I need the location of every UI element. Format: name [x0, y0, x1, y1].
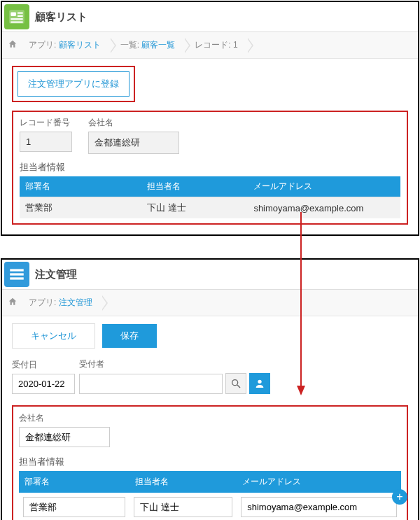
- app2-panel: 注文管理 アプリ: 注文管理 キャンセル 保存 受付日 受付者: [1, 258, 419, 520]
- contacts-title-2: 担当者情報: [19, 456, 401, 468]
- crumb-app[interactable]: アプリ: 注文管理: [20, 294, 104, 311]
- app2-title: 注文管理: [35, 268, 77, 281]
- table-row: [19, 493, 401, 520]
- svg-rect-5: [10, 22, 22, 23]
- home-icon[interactable]: [8, 39, 18, 51]
- person-icon[interactable]: [249, 373, 270, 394]
- app1-breadcrumb: アプリ: 顧客リスト 一覧: 顧客一覧 レコード: 1: [2, 32, 418, 59]
- name-input[interactable]: [134, 497, 232, 517]
- svg-rect-1: [10, 13, 16, 16]
- cancel-button[interactable]: キャンセル: [12, 323, 95, 349]
- col-dept: 部署名: [19, 471, 130, 493]
- record-number-value: 1: [20, 132, 72, 152]
- svg-point-11: [258, 380, 261, 384]
- cell-name: 下山 達士: [141, 197, 248, 219]
- app1-panel: 顧客リスト アプリ: 顧客リスト 一覧: 顧客一覧 レコード: 1 注文管理アプ…: [1, 1, 419, 236]
- col-name: 担当者名: [130, 471, 237, 493]
- search-icon[interactable]: [225, 373, 246, 394]
- company-input[interactable]: [19, 427, 110, 447]
- svg-rect-4: [10, 18, 22, 20]
- copied-data-highlight: 会社名 担当者情報 部署名 担当者名 メールアドレス +: [12, 405, 408, 520]
- company-block: 会社名 金都連総研: [88, 117, 400, 154]
- company-label: 会社名: [88, 117, 400, 129]
- svg-line-10: [237, 385, 240, 388]
- app1-header: 顧客リスト: [2, 2, 418, 32]
- crumb-app[interactable]: アプリ: 顧客リスト: [20, 36, 112, 54]
- home-icon[interactable]: [8, 297, 18, 309]
- table-row: 営業部 下山 達士 shimoyama@example.com: [20, 197, 400, 219]
- crumb-record: レコード: 1: [186, 36, 248, 54]
- app2-breadcrumb: アプリ: 注文管理: [2, 290, 418, 316]
- register-highlight: 注文管理アプリに登録: [12, 66, 135, 102]
- col-name: 担当者名: [141, 176, 248, 197]
- contacts-table: 部署名 担当者名 メールアドレス 営業部 下山 達士 shimoyama@exa…: [20, 176, 400, 218]
- contacts-table-2: 部署名 担当者名 メールアドレス: [19, 471, 401, 520]
- app1-title: 顧客リスト: [35, 10, 88, 24]
- register-button[interactable]: 注文管理アプリに登録: [18, 71, 130, 97]
- receiver-label: 受付者: [79, 358, 270, 370]
- date-input[interactable]: [12, 374, 75, 394]
- record-number-block: レコード番号 1: [20, 117, 83, 152]
- svg-rect-7: [10, 273, 24, 275]
- cell-dept: 営業部: [20, 197, 141, 219]
- col-email: メールアドレス: [248, 176, 400, 197]
- col-dept: 部署名: [20, 176, 141, 197]
- svg-rect-2: [18, 13, 23, 14]
- app2-header: 注文管理: [2, 260, 418, 290]
- svg-point-9: [232, 380, 238, 386]
- table-header-row: 部署名 担当者名 メールアドレス: [19, 471, 401, 493]
- save-button[interactable]: 保存: [102, 324, 157, 348]
- receiver-input[interactable]: [79, 374, 223, 394]
- company-value: 金都連総研: [88, 132, 179, 154]
- svg-rect-8: [10, 277, 24, 279]
- record-number-label: レコード番号: [20, 117, 83, 129]
- svg-rect-3: [18, 15, 23, 17]
- order-mgmt-icon: [4, 262, 29, 287]
- date-label: 受付日: [12, 359, 75, 371]
- contacts-title: 担当者情報: [20, 161, 400, 174]
- email-input[interactable]: [241, 497, 397, 517]
- date-receiver-row: 受付日 受付者: [12, 358, 408, 394]
- svg-rect-6: [10, 269, 24, 271]
- record-highlight: レコード番号 1 会社名 金都連総研 担当者情報 部署名 担当者名 メールアドレ…: [12, 111, 408, 225]
- button-row: キャンセル 保存: [12, 323, 408, 349]
- cell-email: shimoyama@example.com: [248, 197, 400, 219]
- add-row-button[interactable]: +: [392, 489, 407, 505]
- crumb-view[interactable]: 一覧: 顧客一覧: [112, 36, 187, 54]
- company-label-2: 会社名: [19, 412, 401, 424]
- customer-list-icon: [4, 4, 29, 29]
- table-header-row: 部署名 担当者名 メールアドレス: [20, 176, 400, 197]
- col-email: メールアドレス: [237, 471, 401, 493]
- dept-input[interactable]: [23, 497, 125, 517]
